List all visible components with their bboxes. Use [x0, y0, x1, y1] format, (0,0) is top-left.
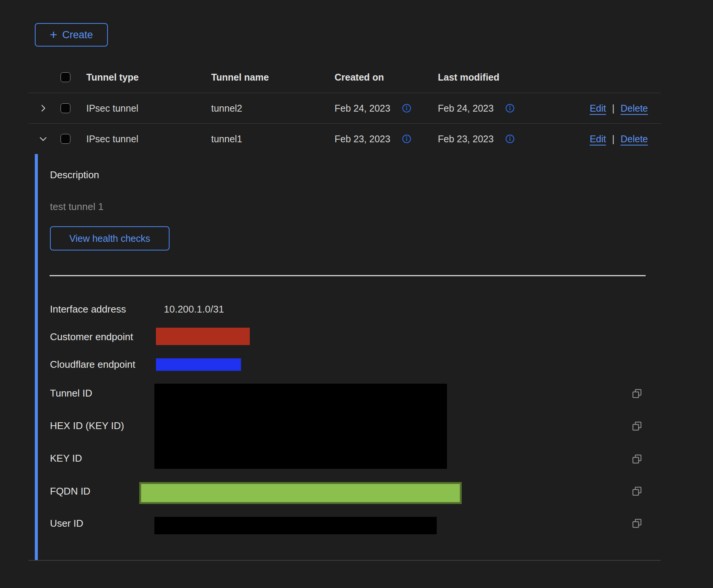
create-button[interactable]: + Create: [35, 23, 108, 47]
ipsec-tunnels-page: + Create Tunnel type Tunnel name Created…: [0, 0, 713, 588]
tunnels-table: Tunnel type Tunnel name Created on Last …: [28, 62, 661, 561]
description-label: Description: [50, 169, 99, 180]
expanded-row-accent-bar: [35, 154, 38, 560]
actions-separator: |: [612, 134, 615, 145]
key-id-label: KEY ID: [50, 453, 82, 464]
select-all-checkbox[interactable]: [61, 72, 70, 82]
fqdn-id-redaction: [139, 482, 462, 504]
copy-icon: [631, 388, 643, 399]
copy-fqdn-id-button[interactable]: [631, 485, 643, 497]
tunnel-name-cell: tunnel2: [211, 103, 242, 114]
copy-user-id-button[interactable]: [631, 518, 643, 529]
interface-address-label: Interface address: [50, 303, 126, 315]
copy-tunnel-id-button[interactable]: [631, 388, 643, 399]
column-header-created-on: Created on: [335, 72, 384, 83]
collapse-row-button[interactable]: [38, 134, 48, 144]
row-checkbox-cell: [61, 103, 70, 113]
expanded-row-details: Description test tunnel 1 View health ch…: [28, 154, 661, 561]
row-checkbox[interactable]: [61, 103, 70, 113]
row-checkbox-cell: [61, 134, 70, 144]
info-icon[interactable]: [402, 103, 412, 114]
expand-row-button[interactable]: [38, 103, 48, 113]
last-modified-value: Feb 24, 2023: [438, 103, 493, 114]
row-checkbox[interactable]: [61, 134, 70, 144]
copy-icon: [631, 420, 643, 432]
last-modified-cell: Feb 23, 2023: [438, 134, 515, 145]
table-row-tunnel1: IPsec tunnel tunnel1 Feb 23, 2023 Feb 23…: [28, 124, 661, 154]
row-actions: Edit | Delete: [590, 103, 648, 114]
section-divider: [50, 275, 646, 276]
customer-endpoint-redaction: [156, 328, 250, 345]
chevron-right-icon: [38, 103, 48, 113]
actions-separator: |: [612, 103, 615, 114]
tunnel-id-label: Tunnel ID: [50, 387, 92, 399]
edit-link[interactable]: Edit: [590, 103, 606, 114]
user-id-label: User ID: [50, 518, 83, 529]
created-on-value: Feb 23, 2023: [335, 134, 390, 145]
info-icon[interactable]: [402, 134, 412, 144]
hex-id-label: HEX ID (KEY ID): [50, 420, 124, 431]
created-on-value: Feb 24, 2023: [335, 103, 390, 114]
info-icon[interactable]: [505, 134, 515, 144]
customer-endpoint-label: Customer endpoint: [50, 331, 133, 342]
tunnel-name-cell: tunnel1: [211, 134, 242, 145]
user-id-redaction: [154, 517, 437, 534]
copy-icon: [631, 453, 643, 465]
view-health-checks-button[interactable]: View health checks: [50, 226, 170, 250]
copy-icon: [631, 518, 643, 529]
tunnel-type-cell: IPsec tunnel: [86, 134, 139, 145]
last-modified-cell: Feb 24, 2023: [438, 103, 515, 114]
ids-redaction-block: [154, 384, 447, 469]
column-header-tunnel-name: Tunnel name: [211, 72, 269, 83]
column-header-last-modified: Last modified: [438, 72, 500, 83]
table-header-row: Tunnel type Tunnel name Created on Last …: [28, 62, 661, 93]
copy-key-id-button[interactable]: [631, 453, 643, 465]
delete-link[interactable]: Delete: [621, 134, 648, 145]
interface-address-value: 10.200.1.0/31: [164, 303, 224, 315]
edit-link[interactable]: Edit: [590, 134, 606, 145]
cloudflare-endpoint-label: Cloudflare endpoint: [50, 359, 135, 370]
info-icon[interactable]: [505, 103, 515, 114]
copy-icon: [631, 485, 643, 497]
delete-link[interactable]: Delete: [621, 103, 648, 114]
copy-hex-id-button[interactable]: [631, 420, 643, 432]
cloudflare-endpoint-redaction: [156, 358, 241, 371]
created-on-cell: Feb 24, 2023: [335, 103, 412, 114]
create-button-label: Create: [62, 29, 93, 41]
chevron-down-icon: [38, 134, 48, 144]
row-actions: Edit | Delete: [590, 134, 648, 145]
last-modified-value: Feb 23, 2023: [438, 134, 493, 145]
table-row-tunnel2: IPsec tunnel tunnel2 Feb 24, 2023 Feb 24…: [28, 93, 661, 124]
tunnel-type-cell: IPsec tunnel: [86, 103, 139, 114]
select-all-cell: [61, 72, 70, 82]
fqdn-id-label: FQDN ID: [50, 485, 90, 497]
created-on-cell: Feb 23, 2023: [335, 134, 412, 145]
description-value: test tunnel 1: [50, 201, 104, 212]
column-header-tunnel-type: Tunnel type: [86, 72, 139, 83]
